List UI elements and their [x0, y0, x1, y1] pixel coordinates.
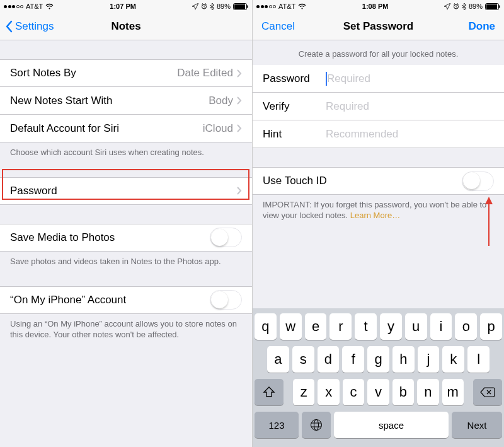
row-default-siri-account[interactable]: Default Account for Siri iCloud [0, 115, 252, 142]
nav-title: Notes [111, 20, 140, 33]
verify-field-row[interactable]: Verify [253, 93, 504, 120]
key-z[interactable]: z [293, 379, 314, 405]
key-c[interactable]: c [343, 379, 364, 405]
alarm-icon [453, 3, 459, 9]
key-e[interactable]: e [305, 313, 327, 340]
nav-bar: Settings Notes [0, 13, 252, 40]
svg-rect-6 [486, 4, 497, 9]
back-label: Settings [15, 20, 54, 33]
key-r[interactable]: r [329, 313, 352, 340]
svg-rect-7 [499, 5, 500, 8]
key-k[interactable]: k [442, 346, 464, 373]
nav-bar: Cancel Set Password Done [253, 13, 504, 40]
password-input[interactable] [327, 73, 494, 85]
done-button[interactable]: Done [469, 20, 496, 33]
row-label: Password [10, 185, 57, 197]
key-y[interactable]: y [380, 313, 402, 340]
key-v[interactable]: v [367, 379, 389, 405]
signal-dots-icon [4, 5, 23, 8]
chevron-right-icon [237, 187, 242, 195]
signal-dots-icon [256, 5, 276, 8]
row-touch-id[interactable]: Use Touch ID [253, 167, 504, 195]
key-n[interactable]: n [417, 379, 438, 405]
shift-key[interactable] [255, 379, 284, 405]
backspace-icon [480, 386, 495, 398]
key-a[interactable]: a [267, 346, 289, 373]
globe-key[interactable] [302, 412, 331, 438]
on-my-iphone-switch[interactable] [210, 290, 242, 310]
row-sort-notes[interactable]: Sort Notes By Date Edited [0, 59, 252, 87]
svg-rect-3 [247, 5, 248, 8]
row-password[interactable]: Password [0, 177, 252, 205]
space-key[interactable]: space [334, 412, 449, 438]
password-field-row[interactable]: Password [253, 65, 504, 93]
save-media-switch[interactable] [210, 228, 242, 247]
svg-rect-2 [234, 4, 245, 9]
siri-footer: Choose which account Siri uses when crea… [0, 142, 252, 158]
key-o[interactable]: o [455, 313, 477, 340]
row-on-my-iphone[interactable]: “On My iPhone” Account [0, 286, 252, 314]
save-media-footer: Save photos and videos taken in Notes to… [0, 252, 252, 267]
field-label: Password [263, 73, 326, 85]
row-label: Save Media to Photos [10, 231, 115, 244]
key-w[interactable]: w [280, 313, 302, 340]
svg-point-9 [314, 420, 319, 431]
row-value: Body [209, 95, 233, 107]
verify-input[interactable] [326, 100, 494, 113]
key-b[interactable]: b [392, 379, 414, 405]
nav-title: Set Password [343, 20, 414, 33]
row-new-notes-start[interactable]: New Notes Start With Body [0, 87, 252, 115]
svg-point-8 [311, 420, 322, 431]
key-l[interactable]: l [467, 346, 490, 373]
key-p[interactable]: p [480, 313, 502, 340]
back-button[interactable]: Settings [5, 20, 54, 33]
key-d[interactable]: d [318, 346, 340, 373]
row-label: Sort Notes By [10, 67, 76, 79]
important-footer: IMPORTANT: If you forget this password, … [253, 195, 504, 221]
clock-label: 1:08 PM [362, 3, 389, 10]
row-label: New Notes Start With [10, 95, 113, 107]
key-g[interactable]: g [367, 346, 389, 373]
carrier-label: AT&T [26, 3, 43, 10]
bluetooth-icon [210, 3, 214, 10]
backspace-key[interactable] [473, 379, 502, 405]
key-j[interactable]: j [418, 346, 440, 373]
row-label: Default Account for Siri [10, 122, 119, 135]
shift-icon [263, 386, 275, 398]
key-m[interactable]: m [442, 379, 464, 405]
key-h[interactable]: h [392, 346, 415, 373]
battery-icon [485, 3, 500, 10]
keyboard: qwertyuiop asdfghjkl zxcvbnm 123 [253, 308, 504, 447]
status-bar: AT&T 1:07 PM 89% [0, 0, 252, 13]
key-i[interactable]: i [430, 313, 452, 340]
key-s[interactable]: s [292, 346, 314, 373]
bluetooth-icon [462, 3, 466, 10]
phone-left: AT&T 1:07 PM 89% Settings Notes [0, 0, 252, 447]
phone-right: AT&T 1:08 PM 89% Cancel Set Password Don… [252, 0, 504, 447]
status-bar: AT&T 1:08 PM 89% [253, 0, 504, 13]
battery-percent: 89% [217, 3, 231, 10]
key-t[interactable]: t [355, 313, 377, 340]
battery-percent: 89% [469, 3, 483, 10]
on-my-iphone-footer: Using an “On My iPhone” account allows y… [0, 314, 252, 340]
chevron-right-icon [237, 69, 242, 78]
key-f[interactable]: f [342, 346, 364, 373]
key-x[interactable]: x [318, 379, 339, 405]
carrier-label: AT&T [278, 3, 295, 10]
key-q[interactable]: q [255, 313, 277, 340]
key-u[interactable]: u [405, 313, 427, 340]
cancel-button[interactable]: Cancel [261, 20, 295, 33]
location-icon [444, 3, 450, 9]
chevron-right-icon [237, 124, 242, 132]
hint-input[interactable] [326, 128, 494, 141]
location-icon [192, 3, 198, 9]
numbers-key[interactable]: 123 [255, 412, 299, 438]
battery-icon [233, 3, 248, 10]
hint-field-row[interactable]: Hint [253, 120, 504, 148]
field-label: Hint [263, 128, 326, 141]
row-save-media[interactable]: Save Media to Photos [0, 224, 252, 252]
next-key[interactable]: Next [452, 412, 502, 438]
touch-id-switch[interactable] [462, 171, 494, 191]
globe-icon [310, 419, 323, 431]
learn-more-link[interactable]: Learn More… [350, 211, 400, 220]
